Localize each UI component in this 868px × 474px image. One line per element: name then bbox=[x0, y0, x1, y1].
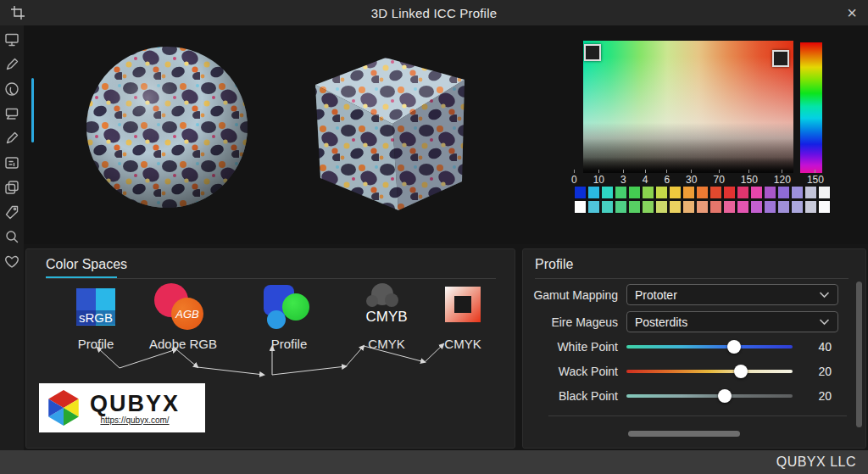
color-space-item[interactable]: AGBAdobe RGB bbox=[139, 283, 227, 351]
color-swatch[interactable] bbox=[696, 200, 709, 214]
chevron-down-icon bbox=[819, 318, 830, 326]
pen-secondary-icon[interactable] bbox=[3, 130, 20, 147]
color-space-item[interactable]: sRGBProfile bbox=[52, 283, 140, 351]
vertical-scrollbar[interactable] bbox=[856, 282, 862, 427]
color-swatch[interactable] bbox=[750, 186, 763, 199]
green-circle-icon bbox=[282, 293, 309, 321]
color-swatch[interactable] bbox=[791, 200, 804, 214]
window-title: 3D Linked ICC Profile bbox=[371, 6, 497, 20]
slider-thumb[interactable] bbox=[718, 389, 732, 403]
color-swatch[interactable] bbox=[818, 200, 831, 214]
logo-brand-text: QUBYX bbox=[90, 392, 180, 415]
color-swatch[interactable] bbox=[750, 200, 763, 214]
picker-handle-right[interactable] bbox=[772, 50, 789, 67]
cmyb-badge: CMYB bbox=[342, 309, 431, 326]
color-swatch[interactable] bbox=[655, 200, 668, 214]
color-swatch[interactable] bbox=[669, 186, 682, 199]
color-swatch[interactable] bbox=[764, 200, 776, 214]
frame-colorspace-icon bbox=[419, 283, 507, 334]
crop-grid-icon[interactable] bbox=[9, 4, 26, 21]
scale-tick: 0 bbox=[571, 170, 577, 186]
slider-row: Wack Point20 bbox=[523, 365, 865, 378]
color-swatch[interactable] bbox=[709, 200, 722, 214]
hue-slider[interactable] bbox=[800, 42, 822, 173]
adobe-colorspace-icon: AGB bbox=[139, 283, 227, 334]
color-swatch[interactable] bbox=[804, 186, 817, 199]
color-swatch-palette bbox=[574, 186, 831, 214]
color-space-label: CMYK bbox=[419, 337, 507, 351]
search-icon[interactable] bbox=[3, 228, 20, 245]
qubyx-logo[interactable]: QUBYX https://qubyx.com/ bbox=[39, 383, 205, 432]
textured-sphere[interactable] bbox=[83, 41, 253, 215]
color-swatch[interactable] bbox=[682, 200, 695, 214]
dropdown-eire-mageus[interactable]: Posterdits bbox=[626, 311, 838, 332]
heart-icon[interactable] bbox=[3, 253, 20, 270]
color-swatch[interactable] bbox=[642, 200, 654, 214]
color-swatch[interactable] bbox=[709, 186, 722, 199]
gray-blob-icon bbox=[366, 295, 378, 307]
color-swatch[interactable] bbox=[737, 186, 749, 199]
color-swatch[interactable] bbox=[777, 186, 790, 199]
color-swatch[interactable] bbox=[642, 186, 654, 199]
color-swatch[interactable] bbox=[574, 200, 587, 214]
tag-icon[interactable] bbox=[3, 204, 20, 220]
display-alt-icon[interactable] bbox=[3, 105, 20, 122]
color-swatch[interactable] bbox=[615, 200, 627, 214]
slider-track-wack-point[interactable] bbox=[626, 370, 793, 373]
color-swatch[interactable] bbox=[682, 186, 695, 199]
cyan-circle-icon bbox=[267, 310, 286, 329]
section-divider bbox=[548, 415, 847, 416]
orange-circle-icon: AGB bbox=[171, 298, 203, 330]
color-swatch[interactable] bbox=[669, 200, 682, 214]
slider-thumb[interactable] bbox=[734, 365, 748, 378]
color-space-label: Profile bbox=[52, 337, 140, 351]
close-icon[interactable]: × bbox=[841, 2, 863, 24]
slider-value: 20 bbox=[793, 365, 832, 378]
slider-value: 20 bbox=[793, 389, 832, 403]
color-swatch[interactable] bbox=[574, 186, 587, 199]
slider-track-white-point[interactable] bbox=[626, 345, 793, 349]
slider-thumb[interactable] bbox=[727, 340, 741, 354]
scale-tick: 70 bbox=[713, 170, 724, 186]
layers-icon[interactable] bbox=[3, 179, 20, 196]
card-icon[interactable] bbox=[3, 154, 20, 171]
color-space-label: CMYK bbox=[342, 337, 431, 351]
pen-icon[interactable] bbox=[3, 56, 20, 73]
slider-track-black-point[interactable] bbox=[626, 394, 793, 398]
color-swatch[interactable] bbox=[777, 200, 790, 214]
color-swatch[interactable] bbox=[737, 200, 749, 214]
color-swatch[interactable] bbox=[655, 186, 668, 199]
textured-cube[interactable] bbox=[301, 44, 475, 218]
color-space-item[interactable]: CMYK bbox=[419, 283, 507, 351]
color-swatch[interactable] bbox=[587, 200, 600, 214]
gray-blob-icon bbox=[385, 293, 398, 307]
dropdown-value: Prototer bbox=[635, 288, 677, 302]
color-swatch[interactable] bbox=[723, 186, 736, 199]
color-swatch[interactable] bbox=[804, 200, 817, 214]
slider-row: Black Point20 bbox=[523, 389, 865, 403]
globe-icon[interactable] bbox=[3, 81, 20, 98]
logo-url-link[interactable]: https://qubyx.com/ bbox=[100, 415, 169, 425]
color-swatch[interactable] bbox=[601, 200, 614, 214]
color-picker-field[interactable] bbox=[583, 41, 793, 173]
profile-panel-title: Profile bbox=[535, 257, 573, 272]
display-icon[interactable] bbox=[3, 31, 20, 48]
horizontal-scrollbar[interactable] bbox=[628, 431, 740, 437]
dropdown-gamut-mapping[interactable]: Prototer bbox=[626, 284, 838, 305]
color-swatch[interactable] bbox=[587, 186, 600, 199]
color-swatch[interactable] bbox=[791, 186, 804, 199]
color-swatch[interactable] bbox=[764, 186, 776, 199]
color-space-item[interactable]: Profile bbox=[245, 283, 333, 351]
color-swatch[interactable] bbox=[696, 186, 709, 199]
color-swatch[interactable] bbox=[628, 200, 641, 214]
red-frame-icon bbox=[445, 287, 481, 322]
picker-handle-left[interactable] bbox=[584, 44, 601, 61]
color-swatch[interactable] bbox=[615, 186, 627, 199]
scale-tick: 4 bbox=[643, 170, 648, 186]
color-space-item[interactable]: CMYBCMYK bbox=[342, 283, 431, 351]
color-swatch[interactable] bbox=[818, 186, 831, 199]
color-swatch[interactable] bbox=[601, 186, 614, 199]
color-swatch[interactable] bbox=[723, 200, 736, 214]
color-swatch[interactable] bbox=[628, 186, 641, 199]
statusbar: QUBYX LLC bbox=[0, 450, 868, 474]
